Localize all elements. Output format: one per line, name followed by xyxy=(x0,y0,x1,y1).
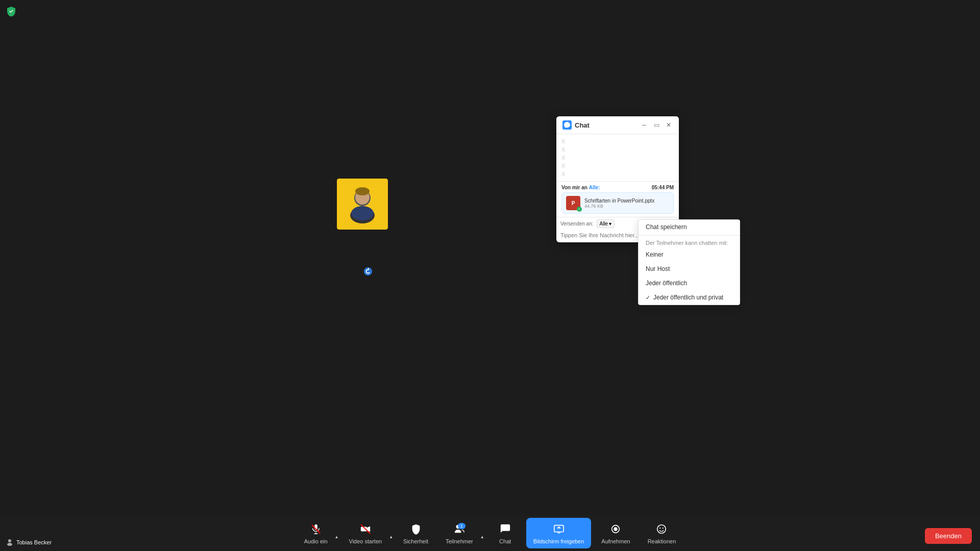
svg-point-6 xyxy=(8,539,11,542)
end-meeting-button[interactable]: Beenden xyxy=(925,528,972,544)
participants-arrow-icon[interactable]: ▲ xyxy=(480,535,484,539)
reactions-label: Reaktionen xyxy=(648,538,676,544)
send-label: Versenden an: xyxy=(560,221,594,227)
security-label: Sicherheit xyxy=(403,538,428,544)
svg-point-19 xyxy=(614,527,618,531)
participants-label: Teilnehmer xyxy=(446,538,473,544)
security-button[interactable]: Sicherheit xyxy=(396,518,435,548)
placeholder-line: X xyxy=(561,171,674,177)
svg-point-21 xyxy=(660,528,661,529)
file-attachment[interactable]: P ✓ Schriftarten in PowerPoint.pptx 44.7… xyxy=(561,192,674,214)
audio-button[interactable]: Audio ein xyxy=(297,518,335,548)
record-icon xyxy=(608,522,623,536)
send-to-dropdown[interactable]: Alle ▾ xyxy=(597,219,615,228)
participant-avatar xyxy=(337,179,388,230)
svg-point-4 xyxy=(355,187,370,195)
audio-arrow-icon[interactable]: ▲ xyxy=(335,535,339,539)
file-icon: P ✓ xyxy=(566,196,580,210)
placeholder-lines: X X X X X xyxy=(561,137,674,178)
security-icon xyxy=(409,522,423,536)
audio-label: Audio ein xyxy=(304,538,328,544)
chat-message-area: Von mir an Alle: 05:44 PM P ✓ Schriftart… xyxy=(556,181,679,217)
file-check-icon: ✓ xyxy=(577,207,582,212)
video-btn-group: Video starten ▲ xyxy=(342,518,394,548)
share-screen-button[interactable]: Bildschirm freigeben xyxy=(526,518,592,548)
message-from: Von mir an Alle: 05:44 PM xyxy=(561,185,674,190)
video-button[interactable]: Video starten xyxy=(342,518,389,548)
svg-point-3 xyxy=(351,206,374,220)
maximize-button[interactable]: ▭ xyxy=(652,121,660,129)
share-screen-label: Bildschirm freigeben xyxy=(533,538,584,544)
context-menu: Chat speichern Der Teilnehmer kann chatt… xyxy=(638,219,740,305)
chat-header-controls: ─ ▭ ✕ xyxy=(640,121,673,129)
menu-item-jeder-offentlich-privat[interactable]: ✓ Jeder öffentlich und privat xyxy=(639,290,740,305)
shield-icon xyxy=(6,6,16,16)
user-icon xyxy=(6,539,13,546)
username-label: Tobias Becker xyxy=(16,539,52,545)
menu-item-nur-host[interactable]: Nur Host xyxy=(639,262,740,276)
file-info: Schriftarten in PowerPoint.pptx 44.76 KB xyxy=(584,198,669,209)
chat-body: X X X X X xyxy=(556,134,679,181)
chat-title: Chat xyxy=(575,121,640,129)
participant-video-tile xyxy=(337,179,388,230)
share-screen-icon xyxy=(552,522,566,536)
reactions-icon xyxy=(654,522,669,536)
participants-icon-wrap: 1 xyxy=(452,522,467,536)
participants-btn-group: 1 Teilnehmer ▲ xyxy=(438,518,484,548)
record-label: Aufnehmen xyxy=(601,538,630,544)
close-button[interactable]: ✕ xyxy=(665,121,673,129)
menu-divider xyxy=(639,235,740,236)
main-video-area: Chat ─ ▭ ✕ X X X X X xyxy=(0,0,980,551)
placeholder-line: X xyxy=(561,163,674,169)
svg-point-20 xyxy=(657,525,666,534)
chat-label: Chat xyxy=(499,538,511,544)
video-icon xyxy=(358,522,373,536)
svg-point-7 xyxy=(7,543,12,546)
placeholder-line: X xyxy=(561,146,674,153)
chat-header-icon xyxy=(562,120,572,130)
record-button[interactable]: Aufnehmen xyxy=(594,518,637,548)
bottom-toolbar: Audio ein Tobias Becker Au xyxy=(0,515,980,551)
user-info: Audio ein Tobias Becker xyxy=(6,539,52,546)
menu-section-label: Der Teilnehmer kann chatten mit: xyxy=(639,237,740,247)
video-arrow-icon[interactable]: ▲ xyxy=(389,535,393,539)
audio-btn-group: Audio ein ▲ xyxy=(297,518,339,548)
svg-point-22 xyxy=(663,528,664,529)
microphone-icon xyxy=(309,522,323,536)
file-size: 44.76 KB xyxy=(584,204,669,209)
menu-item-jeder-offentlich[interactable]: Jeder öffentlich xyxy=(639,276,740,290)
chat-icon xyxy=(498,522,512,536)
placeholder-line: X xyxy=(561,138,674,144)
participants-badge: 1 xyxy=(458,523,465,529)
menu-item-keiner[interactable]: Keiner xyxy=(639,247,740,262)
save-chat-item[interactable]: Chat speichern xyxy=(639,220,740,234)
check-mark-icon: ✓ xyxy=(646,294,650,301)
file-name: Schriftarten in PowerPoint.pptx xyxy=(584,198,669,204)
reactions-button[interactable]: Reaktionen xyxy=(641,518,683,548)
toolbar-center: Audio ein ▲ Video starten ▲ xyxy=(297,518,683,548)
video-label: Video starten xyxy=(349,538,382,544)
minimize-button[interactable]: ─ xyxy=(640,121,648,129)
placeholder-line: X xyxy=(561,155,674,161)
participants-button[interactable]: 1 Teilnehmer xyxy=(438,518,480,548)
chat-header: Chat ─ ▭ ✕ xyxy=(556,116,679,134)
chat-button[interactable]: Chat xyxy=(487,518,523,548)
